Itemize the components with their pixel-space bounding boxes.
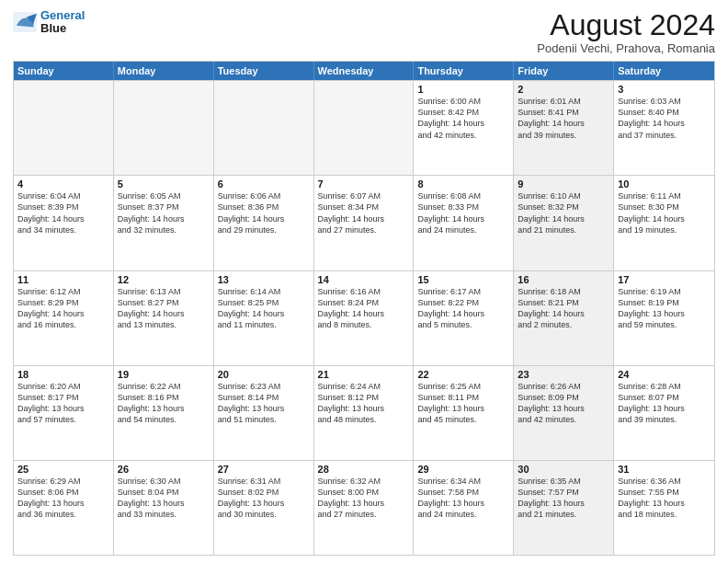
- calendar-weekday-saturday: Saturday: [614, 62, 714, 80]
- calendar-cell: 29Sunrise: 6:34 AM Sunset: 7:58 PM Dayli…: [414, 461, 514, 555]
- calendar-cell: [114, 81, 214, 175]
- day-number: 1: [417, 84, 509, 95]
- day-number: 21: [318, 369, 410, 380]
- day-info: Sunrise: 6:16 AM Sunset: 8:24 PM Dayligh…: [318, 286, 410, 331]
- day-number: 14: [318, 274, 410, 285]
- main-title: August 2024: [537, 9, 715, 41]
- day-number: 20: [218, 369, 310, 380]
- logo-text: General Blue: [40, 9, 85, 36]
- calendar-cell: [214, 81, 314, 175]
- day-number: 22: [417, 369, 509, 380]
- calendar-cell: 1Sunrise: 6:00 AM Sunset: 8:42 PM Daylig…: [414, 81, 514, 175]
- day-info: Sunrise: 6:14 AM Sunset: 8:25 PM Dayligh…: [218, 286, 310, 331]
- calendar-row-3: 18Sunrise: 6:20 AM Sunset: 8:17 PM Dayli…: [14, 365, 714, 460]
- calendar-header-row: SundayMondayTuesdayWednesdayThursdayFrid…: [14, 62, 714, 80]
- day-number: 26: [118, 464, 210, 475]
- day-number: 15: [417, 274, 509, 285]
- day-number: 9: [518, 178, 609, 190]
- calendar-cell: 31Sunrise: 6:36 AM Sunset: 7:55 PM Dayli…: [614, 461, 714, 555]
- day-info: Sunrise: 6:30 AM Sunset: 8:04 PM Dayligh…: [118, 476, 210, 521]
- page: General Blue August 2024 Podenii Vechi, …: [0, 0, 728, 563]
- day-number: 4: [17, 178, 109, 190]
- calendar-cell: 25Sunrise: 6:29 AM Sunset: 8:06 PM Dayli…: [14, 461, 114, 555]
- calendar-weekday-friday: Friday: [514, 62, 614, 80]
- day-number: 28: [318, 464, 410, 475]
- day-number: 30: [518, 464, 609, 475]
- day-info: Sunrise: 6:34 AM Sunset: 7:58 PM Dayligh…: [417, 476, 509, 521]
- calendar-cell: 14Sunrise: 6:16 AM Sunset: 8:24 PM Dayli…: [314, 271, 415, 365]
- day-info: Sunrise: 6:08 AM Sunset: 8:33 PM Dayligh…: [417, 190, 509, 236]
- day-number: 2: [518, 84, 609, 95]
- calendar-cell: [314, 81, 415, 175]
- day-info: Sunrise: 6:31 AM Sunset: 8:02 PM Dayligh…: [218, 476, 310, 521]
- calendar-cell: 16Sunrise: 6:18 AM Sunset: 8:21 PM Dayli…: [514, 271, 614, 365]
- day-info: Sunrise: 6:13 AM Sunset: 8:27 PM Dayligh…: [118, 286, 210, 331]
- calendar: SundayMondayTuesdayWednesdayThursdayFrid…: [13, 61, 715, 556]
- calendar-cell: 2Sunrise: 6:01 AM Sunset: 8:41 PM Daylig…: [514, 81, 614, 175]
- day-info: Sunrise: 6:07 AM Sunset: 8:34 PM Dayligh…: [318, 190, 410, 236]
- calendar-cell: 18Sunrise: 6:20 AM Sunset: 8:17 PM Dayli…: [14, 366, 114, 460]
- calendar-cell: 30Sunrise: 6:35 AM Sunset: 7:57 PM Dayli…: [514, 461, 614, 555]
- calendar-weekday-tuesday: Tuesday: [214, 62, 314, 80]
- day-number: 18: [17, 369, 109, 380]
- day-number: 6: [218, 178, 310, 190]
- day-number: 8: [417, 178, 509, 190]
- calendar-cell: 11Sunrise: 6:12 AM Sunset: 8:29 PM Dayli…: [14, 271, 114, 365]
- day-number: 31: [618, 464, 711, 475]
- day-info: Sunrise: 6:35 AM Sunset: 7:57 PM Dayligh…: [518, 476, 609, 521]
- logo-icon: [13, 12, 39, 32]
- day-info: Sunrise: 6:03 AM Sunset: 8:40 PM Dayligh…: [618, 96, 711, 141]
- calendar-cell: 20Sunrise: 6:23 AM Sunset: 8:14 PM Dayli…: [214, 366, 314, 460]
- calendar-cell: 27Sunrise: 6:31 AM Sunset: 8:02 PM Dayli…: [214, 461, 314, 555]
- day-info: Sunrise: 6:12 AM Sunset: 8:29 PM Dayligh…: [17, 286, 109, 331]
- day-info: Sunrise: 6:10 AM Sunset: 8:32 PM Dayligh…: [518, 190, 609, 236]
- day-number: 10: [618, 178, 711, 190]
- day-info: Sunrise: 6:00 AM Sunset: 8:42 PM Dayligh…: [417, 96, 509, 141]
- day-info: Sunrise: 6:04 AM Sunset: 8:39 PM Dayligh…: [17, 190, 109, 236]
- calendar-cell: 3Sunrise: 6:03 AM Sunset: 8:40 PM Daylig…: [614, 81, 714, 175]
- day-number: 24: [618, 369, 711, 380]
- day-info: Sunrise: 6:01 AM Sunset: 8:41 PM Dayligh…: [518, 96, 609, 141]
- calendar-cell: 8Sunrise: 6:08 AM Sunset: 8:33 PM Daylig…: [414, 176, 514, 270]
- header: General Blue August 2024 Podenii Vechi, …: [13, 9, 715, 55]
- calendar-cell: 13Sunrise: 6:14 AM Sunset: 8:25 PM Dayli…: [214, 271, 314, 365]
- calendar-weekday-thursday: Thursday: [414, 62, 514, 80]
- day-number: 5: [118, 178, 210, 190]
- calendar-row-1: 4Sunrise: 6:04 AM Sunset: 8:39 PM Daylig…: [14, 175, 714, 270]
- calendar-cell: 21Sunrise: 6:24 AM Sunset: 8:12 PM Dayli…: [314, 366, 415, 460]
- day-info: Sunrise: 6:06 AM Sunset: 8:36 PM Dayligh…: [218, 190, 310, 236]
- calendar-cell: 19Sunrise: 6:22 AM Sunset: 8:16 PM Dayli…: [114, 366, 214, 460]
- day-number: 11: [17, 274, 109, 285]
- day-info: Sunrise: 6:32 AM Sunset: 8:00 PM Dayligh…: [318, 476, 410, 521]
- calendar-cell: 10Sunrise: 6:11 AM Sunset: 8:30 PM Dayli…: [614, 176, 714, 270]
- calendar-cell: 12Sunrise: 6:13 AM Sunset: 8:27 PM Dayli…: [114, 271, 214, 365]
- day-number: 7: [318, 178, 410, 190]
- calendar-cell: 5Sunrise: 6:05 AM Sunset: 8:37 PM Daylig…: [114, 176, 214, 270]
- day-number: 13: [218, 274, 310, 285]
- subtitle: Podenii Vechi, Prahova, Romania: [537, 41, 715, 55]
- calendar-cell: 7Sunrise: 6:07 AM Sunset: 8:34 PM Daylig…: [314, 176, 415, 270]
- day-info: Sunrise: 6:20 AM Sunset: 8:17 PM Dayligh…: [17, 381, 109, 426]
- day-number: 17: [618, 274, 711, 285]
- day-number: 12: [118, 274, 210, 285]
- calendar-cell: 26Sunrise: 6:30 AM Sunset: 8:04 PM Dayli…: [114, 461, 214, 555]
- calendar-cell: 28Sunrise: 6:32 AM Sunset: 8:00 PM Dayli…: [314, 461, 415, 555]
- day-number: 16: [518, 274, 609, 285]
- calendar-row-4: 25Sunrise: 6:29 AM Sunset: 8:06 PM Dayli…: [14, 460, 714, 555]
- day-number: 23: [518, 369, 609, 380]
- day-number: 19: [118, 369, 210, 380]
- calendar-cell: 9Sunrise: 6:10 AM Sunset: 8:32 PM Daylig…: [514, 176, 614, 270]
- calendar-cell: 4Sunrise: 6:04 AM Sunset: 8:39 PM Daylig…: [14, 176, 114, 270]
- calendar-row-0: 1Sunrise: 6:00 AM Sunset: 8:42 PM Daylig…: [14, 80, 714, 175]
- day-info: Sunrise: 6:28 AM Sunset: 8:07 PM Dayligh…: [618, 381, 711, 426]
- title-block: August 2024 Podenii Vechi, Prahova, Roma…: [537, 9, 715, 55]
- day-number: 3: [618, 84, 711, 95]
- logo: General Blue: [13, 9, 85, 36]
- day-info: Sunrise: 6:24 AM Sunset: 8:12 PM Dayligh…: [318, 381, 410, 426]
- calendar-cell: 23Sunrise: 6:26 AM Sunset: 8:09 PM Dayli…: [514, 366, 614, 460]
- day-info: Sunrise: 6:22 AM Sunset: 8:16 PM Dayligh…: [118, 381, 210, 426]
- calendar-weekday-sunday: Sunday: [14, 62, 114, 80]
- calendar-cell: [14, 81, 114, 175]
- calendar-weekday-monday: Monday: [114, 62, 214, 80]
- day-info: Sunrise: 6:11 AM Sunset: 8:30 PM Dayligh…: [618, 190, 711, 236]
